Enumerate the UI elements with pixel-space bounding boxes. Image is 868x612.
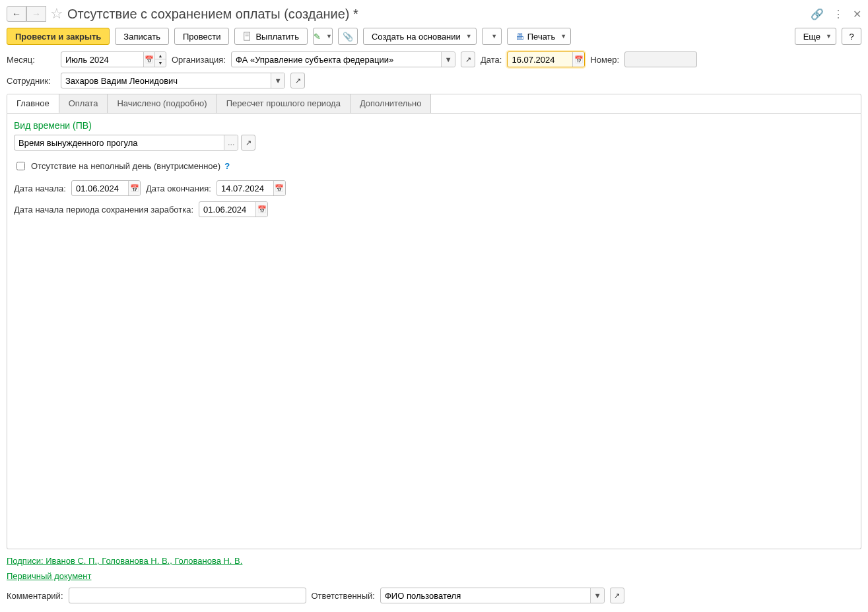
print-label: Печать: [527, 32, 556, 42]
pencil-icon: ✎: [314, 32, 321, 42]
date-field[interactable]: 📅: [507, 51, 585, 67]
employee-input[interactable]: [61, 73, 271, 88]
print-button[interactable]: 🖶 Печать ▼: [507, 28, 572, 45]
more-button[interactable]: Еще ▼: [795, 28, 836, 45]
month-spinner[interactable]: ▲ ▼: [154, 52, 166, 67]
help-button[interactable]: ?: [842, 28, 861, 45]
kebab-menu-icon[interactable]: ⋮: [833, 8, 844, 20]
partial-day-label: Отсутствие на неполный день (внутрисменн…: [31, 161, 220, 171]
month-label: Месяц:: [7, 55, 55, 65]
org-input[interactable]: [232, 52, 441, 67]
calendar-icon[interactable]: 📅: [128, 181, 140, 195]
end-date-input[interactable]: [217, 181, 273, 195]
calendar-icon[interactable]: 📅: [273, 181, 285, 195]
post-and-close-button[interactable]: Провести и закрыть: [7, 28, 110, 45]
employee-open-button[interactable]: ↗: [290, 73, 305, 88]
page-title: Отсутствие с сохранением оплаты (создани…: [67, 7, 358, 22]
number-field: [624, 51, 697, 67]
post-button[interactable]: Провести: [174, 28, 230, 45]
calendar-icon[interactable]: 📅: [255, 202, 267, 217]
svg-rect-0: [244, 32, 250, 40]
tab-payment[interactable]: Оплата: [59, 94, 108, 113]
save-button[interactable]: Записать: [115, 28, 169, 45]
responsible-input[interactable]: [381, 588, 590, 603]
chevron-down-icon: ▼: [466, 33, 472, 40]
tabs: Главное Оплата Начислено (подробно) Пере…: [7, 94, 861, 114]
signatures-link[interactable]: Подписи: Иванов С. П., Голованова Н. В.,…: [7, 556, 861, 566]
more-label: Еще: [803, 32, 820, 42]
org-field[interactable]: ▼: [231, 51, 455, 67]
chevron-down-icon: ▼: [491, 33, 497, 40]
date-input[interactable]: [508, 52, 572, 67]
responsible-label: Ответственный:: [312, 591, 375, 601]
paperclip-icon: 📎: [343, 32, 353, 42]
create-based-on-button[interactable]: Создать на основании ▼: [363, 28, 477, 45]
printer-icon: 🖶: [516, 32, 524, 42]
time-type-open-button[interactable]: ↗: [241, 135, 255, 151]
tab-extra[interactable]: Дополнительно: [351, 94, 432, 113]
partial-day-checkbox[interactable]: [17, 162, 25, 170]
tab-body-main: Вид времени (ПВ) … ↗ Отсутствие на непол…: [7, 114, 861, 549]
help-icon[interactable]: ?: [224, 161, 230, 171]
number-label: Номер:: [590, 55, 619, 65]
nav-forward-button[interactable]: →: [26, 6, 46, 22]
start-date-field[interactable]: 📅: [71, 180, 141, 196]
org-open-button[interactable]: ↗: [461, 51, 475, 67]
dropdown-icon[interactable]: ▼: [271, 73, 284, 88]
nav-back-button[interactable]: ←: [7, 6, 26, 22]
comment-field[interactable]: [69, 588, 306, 603]
attach-button[interactable]: 📎: [338, 28, 358, 45]
primary-doc-link[interactable]: Первичный документ: [7, 571, 861, 581]
employee-field[interactable]: ▼: [61, 73, 285, 88]
org-label: Организация:: [172, 55, 226, 65]
earn-start-field[interactable]: 📅: [199, 201, 268, 217]
tab-recalc[interactable]: Пересчет прошлого периода: [217, 94, 351, 113]
earn-start-label: Дата начала периода сохранения заработка…: [14, 205, 193, 215]
start-date-label: Дата начала:: [14, 184, 66, 193]
comment-input[interactable]: [69, 588, 306, 603]
tab-main[interactable]: Главное: [7, 94, 59, 114]
chevron-down-icon: ▼: [560, 33, 566, 40]
month-field[interactable]: 📅 ▲ ▼: [61, 51, 166, 67]
calendar-icon[interactable]: 📅: [572, 52, 584, 67]
date-label: Дата:: [481, 55, 502, 65]
tab-accrued[interactable]: Начислено (подробно): [108, 94, 217, 113]
comment-label: Комментарий:: [7, 591, 63, 601]
earn-start-input[interactable]: [199, 202, 255, 217]
time-type-input[interactable]: [15, 135, 224, 150]
end-date-field[interactable]: 📅: [217, 180, 286, 196]
highlight-button[interactable]: ✎ ▼: [313, 28, 333, 45]
ellipsis-icon[interactable]: …: [224, 135, 238, 150]
dropdown-icon[interactable]: ▼: [441, 52, 455, 67]
dropdown-icon[interactable]: ▼: [590, 588, 604, 603]
calendar-icon[interactable]: 📅: [143, 52, 154, 67]
start-date-input[interactable]: [72, 181, 128, 195]
close-icon[interactable]: ✕: [853, 8, 861, 20]
create-based-label: Создать на основании: [372, 32, 461, 42]
chevron-down-icon: ▼: [826, 33, 832, 40]
responsible-field[interactable]: ▼: [380, 588, 605, 603]
employee-label: Сотрудник:: [7, 76, 55, 86]
number-input: [625, 52, 696, 67]
document-icon: [243, 32, 252, 41]
time-type-title: Вид времени (ПВ): [14, 120, 854, 131]
copy-button[interactable]: ▼: [482, 28, 502, 45]
pay-button-label: Выплатить: [255, 32, 299, 42]
pay-button[interactable]: Выплатить: [234, 28, 308, 45]
time-type-field[interactable]: …: [14, 135, 238, 151]
spinner-down-icon[interactable]: ▼: [155, 59, 166, 67]
end-date-label: Дата окончания:: [146, 184, 211, 193]
responsible-open-button[interactable]: ↗: [610, 588, 624, 603]
month-input[interactable]: [61, 52, 143, 67]
favorite-star-icon[interactable]: ☆: [50, 5, 63, 22]
spinner-up-icon[interactable]: ▲: [155, 52, 166, 59]
chevron-down-icon: ▼: [326, 33, 332, 40]
link-icon[interactable]: 🔗: [811, 8, 824, 20]
